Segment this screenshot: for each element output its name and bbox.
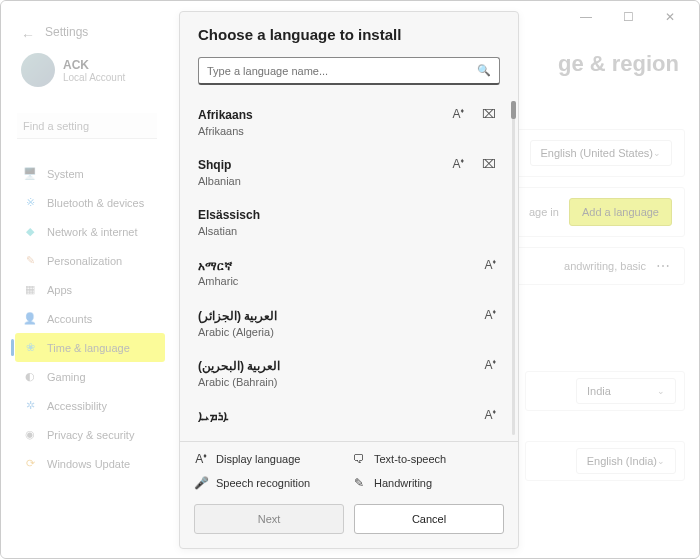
regional-format-card[interactable]: English (India)⌄	[525, 441, 685, 481]
cancel-button[interactable]: Cancel	[354, 504, 504, 534]
display-language-dropdown[interactable]: English (United States)⌄	[530, 140, 673, 166]
tts-icon: 🗨	[352, 452, 366, 466]
language-option[interactable]: አማርኛAmharicA♦	[198, 250, 514, 300]
language-option[interactable]: العربية (الجزائر)Arabic (Algeria)A♦	[198, 300, 514, 350]
sidebar-item-label: Accessibility	[47, 400, 107, 412]
language-native-name: Elsässisch	[198, 207, 260, 224]
sidebar-item-time-language[interactable]: ❀Time & language	[15, 333, 165, 362]
sidebar-icon: ⟳	[23, 457, 37, 471]
choose-language-dialog: Choose a language to install 🔍 Afrikaans…	[179, 11, 519, 549]
sidebar-icon: 👤	[23, 312, 37, 326]
sidebar-icon: ✲	[23, 399, 37, 413]
language-option[interactable]: ShqipAlbanianA♦⌧	[198, 149, 514, 199]
sidebar-item-label: Accounts	[47, 313, 92, 325]
settings-search-input[interactable]	[17, 113, 157, 139]
user-block[interactable]: ACK Local Account	[21, 53, 125, 87]
scrollbar-track[interactable]	[512, 101, 515, 435]
language-native-name: Shqip	[198, 157, 241, 174]
display-language-value: English (United States)	[541, 147, 654, 159]
sidebar-item-privacy-security[interactable]: ◉Privacy & security	[15, 420, 165, 449]
sidebar-item-accessibility[interactable]: ✲Accessibility	[15, 391, 165, 420]
language-english-name: Arabic (Algeria)	[198, 325, 277, 340]
display-language-icon: A♦	[452, 107, 464, 121]
sidebar-icon: ❀	[23, 341, 37, 355]
legend-speech-recognition: 🎤Speech recognition	[194, 476, 346, 490]
features-legend: A♦Display language 🗨Text-to-speech 🎤Spee…	[180, 441, 518, 498]
sidebar-item-accounts[interactable]: 👤Accounts	[15, 304, 165, 333]
language-native-name: العربية (الجزائر)	[198, 308, 277, 325]
avatar	[21, 53, 55, 87]
language-english-name: Arabic (Bahrain)	[198, 375, 280, 390]
handwriting-icon: ✎	[352, 476, 366, 490]
sidebar-icon: ※	[23, 196, 37, 210]
language-native-name: አማርኛ	[198, 258, 238, 275]
sidebar-item-label: Windows Update	[47, 458, 130, 470]
display-language-icon: A♦	[194, 452, 208, 466]
sidebar-icon: 🖥️	[23, 167, 37, 181]
sidebar-item-gaming[interactable]: ◐Gaming	[15, 362, 165, 391]
display-language-icon: A♦	[484, 408, 496, 422]
country-value: India	[587, 385, 611, 397]
language-feature-icons: A♦	[484, 408, 514, 422]
sidebar-icon: ✎	[23, 254, 37, 268]
close-button[interactable]: ✕	[649, 3, 691, 31]
language-english-name: Amharic	[198, 274, 238, 289]
language-feature-icons: A♦	[484, 308, 514, 322]
add-caption: age in	[529, 206, 559, 218]
language-english-name: Afrikaans	[198, 124, 253, 139]
next-button[interactable]: Next	[194, 504, 344, 534]
mic-icon: 🎤	[194, 476, 208, 490]
display-language-icon: A♦	[484, 258, 496, 272]
sidebar: 🖥️System※Bluetooth & devices◆Network & i…	[15, 159, 165, 478]
sidebar-item-label: Privacy & security	[47, 429, 134, 441]
sidebar-item-label: System	[47, 168, 84, 180]
chevron-down-icon: ⌄	[657, 456, 665, 466]
language-native-name: العربية (البحرين)	[198, 358, 280, 375]
language-option[interactable]: ܐܪܡܝܐA♦	[198, 400, 514, 435]
sidebar-item-label: Gaming	[47, 371, 86, 383]
sidebar-item-label: Bluetooth & devices	[47, 197, 144, 209]
language-list[interactable]: AfrikaansAfrikaansA♦⌧ShqipAlbanianA♦⌧Els…	[180, 95, 518, 441]
back-button[interactable]: ←	[21, 27, 35, 43]
handwriting-icon: ⌧	[482, 107, 496, 121]
more-options-button[interactable]: ⋯	[656, 258, 672, 274]
country-card[interactable]: India⌄	[525, 371, 685, 411]
language-option[interactable]: العربية (البحرين)Arabic (Bahrain)A♦	[198, 350, 514, 400]
sidebar-item-bluetooth-devices[interactable]: ※Bluetooth & devices	[15, 188, 165, 217]
scrollbar-thumb[interactable]	[511, 101, 516, 119]
language-option[interactable]: AfrikaansAfrikaansA♦⌧	[198, 99, 514, 149]
add-language-button[interactable]: Add a language	[569, 198, 672, 226]
sidebar-item-system[interactable]: 🖥️System	[15, 159, 165, 188]
user-name: ACK	[63, 58, 125, 72]
maximize-button[interactable]: ☐	[607, 3, 649, 31]
sidebar-item-network-internet[interactable]: ◆Network & internet	[15, 217, 165, 246]
language-native-name: Afrikaans	[198, 107, 253, 124]
sidebar-item-apps[interactable]: ▦Apps	[15, 275, 165, 304]
regional-format-dropdown[interactable]: English (India)⌄	[576, 448, 676, 474]
language-feature-icons: A♦⌧	[452, 107, 514, 121]
legend-handwriting: ✎Handwriting	[352, 476, 504, 490]
sidebar-icon: ◐	[23, 370, 37, 384]
sidebar-item-label: Personalization	[47, 255, 122, 267]
search-icon: 🔍	[477, 64, 491, 77]
language-feature-icons: A♦	[484, 258, 514, 272]
language-feature-icons: A♦⌧	[452, 157, 514, 171]
minimize-button[interactable]: ―	[565, 3, 607, 31]
sidebar-item-label: Network & internet	[47, 226, 137, 238]
sidebar-item-personalization[interactable]: ✎Personalization	[15, 246, 165, 275]
language-feature-icons: A♦	[484, 358, 514, 372]
dialog-buttons: Next Cancel	[180, 498, 518, 548]
country-dropdown[interactable]: India⌄	[576, 378, 676, 404]
sidebar-item-windows-update[interactable]: ⟳Windows Update	[15, 449, 165, 478]
language-option[interactable]: ElsässischAlsatian	[198, 199, 514, 249]
regional-format-value: English (India)	[587, 455, 657, 467]
sidebar-icon: ▦	[23, 283, 37, 297]
language-pack-subtext: andwriting, basic	[564, 260, 646, 272]
display-language-icon: A♦	[484, 358, 496, 372]
settings-label: Settings	[45, 25, 88, 39]
language-english-name: Alsatian	[198, 224, 260, 239]
language-search-box[interactable]: 🔍	[198, 57, 500, 85]
language-search-input[interactable]	[207, 65, 477, 77]
sidebar-icon: ◉	[23, 428, 37, 442]
handwriting-icon: ⌧	[482, 157, 496, 171]
